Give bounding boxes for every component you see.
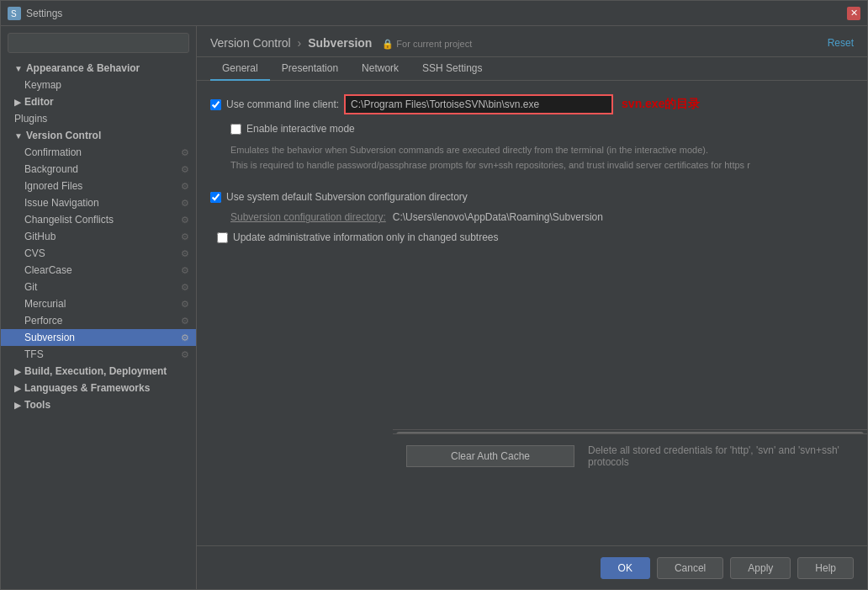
divider	[210, 181, 854, 191]
enable-interactive-section: Enable interactive mode	[210, 123, 854, 135]
settings-icon: ⚙	[181, 181, 189, 192]
panel-header: Version Control › Subversion 🔒 For curre…	[197, 26, 867, 57]
update-admin-checkbox-label[interactable]: Update administrative information only i…	[217, 231, 499, 243]
breadcrumb-sep: ›	[298, 36, 302, 50]
sidebar-item-languages[interactable]: ▶ Languages & Frameworks	[1, 380, 196, 396]
system-default-row: Use system default Subversion configurat…	[210, 191, 854, 203]
settings-icon: ⚙	[181, 265, 189, 276]
sidebar-item-label: Mercurial	[24, 298, 66, 310]
sidebar-item-label: Subversion	[24, 332, 75, 343]
chevron-down-icon: ▼	[14, 64, 23, 73]
sidebar-item-appearance[interactable]: ▼ Appearance & Behavior	[1, 60, 196, 77]
svn-path-input[interactable]	[344, 94, 613, 114]
use-command-line-checkbox-label[interactable]: Use command line client:	[210, 98, 339, 110]
chevron-right-icon: ▶	[14, 401, 21, 410]
update-admin-label: Update administrative information only i…	[233, 231, 499, 243]
sidebar-item-confirmation[interactable]: Confirmation ⚙	[1, 144, 196, 161]
sidebar-item-build[interactable]: ▶ Build, Execution, Deployment	[1, 363, 196, 380]
sidebar-item-label: Changelist Conflicts	[24, 214, 114, 226]
annotation-text: svn.exe的目录	[622, 97, 700, 112]
project-indicator: 🔒 For current project	[382, 39, 472, 49]
settings-icon: ⚙	[181, 198, 189, 209]
system-default-checkbox[interactable]	[210, 192, 221, 203]
sidebar-item-keymap[interactable]: Keymap	[1, 77, 196, 93]
sidebar-item-github[interactable]: GitHub ⚙	[1, 228, 196, 245]
update-admin-checkbox[interactable]	[217, 232, 228, 243]
tab-presentation[interactable]: Presentation	[270, 57, 350, 81]
description-text: Emulates the behavior when Subversion co…	[210, 143, 854, 173]
chevron-right-icon: ▶	[14, 367, 21, 376]
tab-ssh-settings[interactable]: SSH Settings	[410, 57, 494, 81]
enable-interactive-checkbox-label[interactable]: Enable interactive mode	[230, 123, 854, 135]
help-button[interactable]: Help	[797, 557, 854, 579]
tab-network[interactable]: Network	[350, 57, 410, 81]
reset-button[interactable]: Reset	[828, 37, 854, 49]
sidebar-item-label: GitHub	[24, 231, 56, 242]
breadcrumb-current: Subversion	[308, 36, 372, 50]
sidebar-item-label: Ignored Files	[24, 180, 82, 192]
sidebar-item-label: Keymap	[24, 79, 61, 91]
ok-button[interactable]: OK	[601, 557, 650, 579]
system-default-label: Use system default Subversion configurat…	[226, 191, 468, 203]
sidebar-item-label: Git	[24, 281, 37, 293]
settings-icon: ⚙	[181, 332, 189, 343]
sidebar-item-label: Languages & Frameworks	[24, 382, 150, 394]
sidebar-item-changelist-conflicts[interactable]: Changelist Conflicts ⚙	[1, 211, 196, 228]
settings-icon: ⚙	[181, 316, 189, 327]
chevron-right-icon: ▶	[14, 98, 21, 107]
sidebar-item-mercurial[interactable]: Mercurial ⚙	[1, 295, 196, 312]
sidebar-item-background[interactable]: Background ⚙	[1, 161, 196, 178]
sidebar-item-label: CVS	[24, 247, 45, 259]
app-icon: S	[8, 7, 21, 20]
sidebar-item-label: Tools	[24, 399, 50, 411]
sidebar-item-issue-navigation[interactable]: Issue Navigation ⚙	[1, 194, 196, 211]
description-line1: Emulates the behavior when Subversion co…	[230, 143, 854, 158]
enable-interactive-checkbox[interactable]	[230, 124, 241, 135]
sidebar-item-git[interactable]: Git ⚙	[1, 279, 196, 295]
settings-icon: ⚙	[181, 231, 189, 242]
apply-button[interactable]: Apply	[730, 557, 791, 579]
sidebar-item-tfs[interactable]: TFS ⚙	[1, 346, 196, 363]
sidebar-item-label: Editor	[24, 96, 54, 108]
use-command-line-checkbox[interactable]	[210, 99, 221, 110]
titlebar: S Settings ✕	[1, 1, 867, 26]
command-line-section: Use command line client: svn.exe的目录	[210, 94, 854, 114]
settings-icon: ⚙	[181, 349, 189, 360]
clear-auth-cache-button[interactable]: Clear Auth Cache	[406, 445, 574, 467]
tab-general[interactable]: General	[210, 57, 270, 81]
sidebar-item-plugins[interactable]: Plugins	[1, 110, 196, 127]
use-command-line-label: Use command line client:	[226, 98, 339, 110]
settings-icon: ⚙	[181, 215, 189, 226]
sidebar-item-subversion[interactable]: Subversion ⚙	[1, 329, 196, 346]
sidebar-item-label: Version Control	[26, 130, 101, 141]
search-input[interactable]	[8, 33, 189, 53]
auth-section: Clear Auth Cache Delete all stored crede…	[393, 433, 867, 478]
sidebar-item-version-control[interactable]: ▼ Version Control	[1, 127, 196, 144]
sidebar-item-cvs[interactable]: CVS ⚙	[1, 245, 196, 262]
window-title: Settings	[26, 8, 847, 19]
sidebar-item-tools[interactable]: ▶ Tools	[1, 396, 196, 413]
breadcrumb: Version Control › Subversion 🔒 For curre…	[210, 36, 472, 50]
main-content: ▼ Appearance & Behavior Keymap ▶ Editor …	[1, 26, 867, 589]
close-button[interactable]: ✕	[847, 7, 860, 20]
config-dir-row: Subversion configuration directory: C:\U…	[210, 211, 854, 223]
sidebar-item-ignored-files[interactable]: Ignored Files ⚙	[1, 178, 196, 194]
config-dir-value: C:\Users\lenovo\AppData\Roaming\Subversi…	[393, 211, 603, 223]
sidebar-item-clearcase[interactable]: ClearCase ⚙	[1, 262, 196, 279]
cancel-button[interactable]: Cancel	[657, 557, 723, 579]
settings-icon: ⚙	[181, 282, 189, 293]
panel-body-wrapper: Use command line client: svn.exe的目录 Enab…	[197, 81, 867, 545]
sidebar: ▼ Appearance & Behavior Keymap ▶ Editor …	[1, 26, 197, 589]
delete-info-text: Delete all stored credentials for 'http'…	[588, 444, 854, 468]
sidebar-item-label: Build, Execution, Deployment	[24, 365, 167, 377]
sidebar-item-perforce[interactable]: Perforce ⚙	[1, 312, 196, 329]
sidebar-item-editor[interactable]: ▶ Editor	[1, 93, 196, 110]
system-default-checkbox-label[interactable]: Use system default Subversion configurat…	[210, 191, 468, 203]
settings-window: S Settings ✕ ▼ Appearance & Behavior Key…	[0, 0, 868, 590]
footer: OK Cancel Apply Help	[197, 545, 867, 589]
settings-icon: ⚙	[181, 164, 189, 175]
chevron-down-icon: ▼	[14, 131, 23, 141]
sidebar-item-label: Background	[24, 163, 78, 175]
settings-icon: ⚙	[181, 299, 189, 310]
sidebar-item-label: Issue Navigation	[24, 197, 99, 209]
